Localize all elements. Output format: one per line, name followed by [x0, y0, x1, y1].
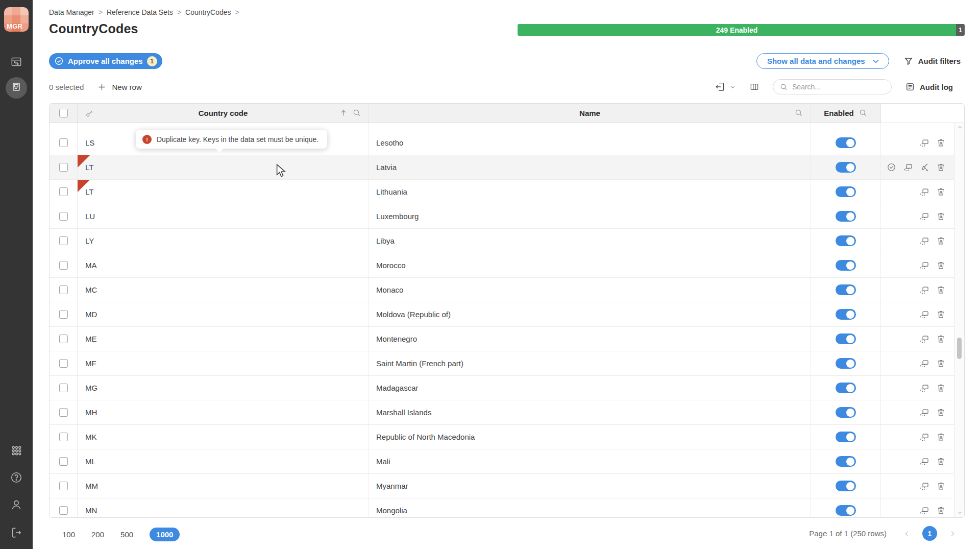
name-cell[interactable]: Lesotho: [369, 131, 811, 155]
enabled-toggle[interactable]: [836, 211, 856, 222]
audit-log-button[interactable]: Audit log: [905, 82, 953, 92]
current-page-button[interactable]: 1: [922, 526, 937, 541]
enabled-toggle[interactable]: [836, 432, 856, 442]
delete-row-icon[interactable]: [936, 334, 946, 344]
row-checkbox[interactable]: [59, 138, 68, 147]
row-checkbox[interactable]: [59, 482, 68, 490]
breadcrumb-item[interactable]: Data Manager >: [49, 8, 103, 16]
country-code-cell[interactable]: MH: [78, 400, 369, 425]
approve-all-changes-button[interactable]: Approve all changes 1: [49, 53, 162, 69]
name-cell[interactable]: Moldova (Republic of): [369, 302, 811, 327]
country-code-cell[interactable]: ML: [78, 449, 369, 474]
row-checkbox[interactable]: [59, 163, 68, 172]
row-checkbox[interactable]: [59, 457, 68, 466]
delete-row-icon[interactable]: [936, 432, 946, 442]
duplicate-row-icon[interactable]: [919, 309, 929, 320]
country-code-cell[interactable]: ME: [78, 327, 369, 351]
row-checkbox[interactable]: [59, 187, 68, 196]
name-cell[interactable]: Myanmar: [369, 474, 811, 498]
scrollbar-thumb[interactable]: [957, 338, 962, 359]
row-checkbox[interactable]: [59, 359, 68, 368]
search-icon[interactable]: [352, 108, 361, 119]
breadcrumb-label[interactable]: Reference Data Sets: [107, 8, 173, 16]
app-logo[interactable]: MGR: [4, 7, 29, 32]
enabled-toggle[interactable]: [836, 235, 856, 246]
breadcrumb-item[interactable]: CountryCodes >: [185, 8, 239, 16]
country-code-cell[interactable]: LY: [78, 229, 369, 253]
breadcrumb-label[interactable]: CountryCodes: [185, 8, 231, 16]
delete-row-icon[interactable]: [936, 162, 946, 172]
sidebar-item-data-sets[interactable]: [0, 55, 33, 70]
export-menu-button[interactable]: [715, 81, 736, 92]
duplicate-row-icon[interactable]: [919, 138, 929, 148]
approve-row-icon[interactable]: [887, 162, 896, 172]
page-size-button[interactable]: 500: [120, 530, 133, 539]
sidebar-item-logout[interactable]: [0, 526, 33, 541]
duplicate-row-icon[interactable]: [919, 457, 929, 467]
row-checkbox[interactable]: [59, 408, 68, 417]
delete-row-icon[interactable]: [936, 211, 946, 221]
delete-row-icon[interactable]: [936, 138, 946, 148]
row-checkbox[interactable]: [59, 384, 68, 392]
new-row-button[interactable]: New row: [97, 82, 141, 92]
chevron-left-icon[interactable]: [903, 530, 911, 538]
row-checkbox[interactable]: [59, 285, 68, 294]
enabled-toggle[interactable]: [836, 505, 856, 516]
name-cell[interactable]: Morocco: [369, 253, 811, 278]
delete-row-icon[interactable]: [936, 236, 946, 246]
country-code-cell[interactable]: MG: [78, 376, 369, 400]
delete-row-icon[interactable]: [936, 260, 946, 270]
delete-row-icon[interactable]: [936, 187, 946, 197]
delete-row-icon[interactable]: [936, 285, 946, 295]
country-code-cell[interactable]: MM: [78, 474, 369, 498]
sort-up-icon[interactable]: [339, 108, 348, 119]
chevron-right-icon[interactable]: [948, 530, 957, 538]
enabled-toggle[interactable]: [836, 260, 856, 271]
duplicate-row-icon[interactable]: [919, 481, 929, 491]
breadcrumb-label[interactable]: Data Manager: [49, 8, 94, 16]
name-cell[interactable]: Monaco: [369, 278, 811, 302]
country-code-cell[interactable]: LT: [78, 180, 369, 204]
name-cell[interactable]: Marshall Islands: [369, 400, 811, 425]
name-header-cell[interactable]: Name: [369, 104, 811, 123]
country-code-cell[interactable]: LU: [78, 204, 369, 229]
page-size-button[interactable]: 200: [91, 530, 104, 539]
duplicate-row-icon[interactable]: [919, 432, 929, 442]
enabled-toggle[interactable]: [836, 186, 856, 197]
delete-row-icon[interactable]: [936, 383, 946, 393]
sidebar-item-profile[interactable]: [0, 498, 33, 513]
search-input[interactable]: [792, 83, 879, 91]
show-all-data-dropdown[interactable]: Show all data and changes: [756, 53, 889, 69]
name-cell[interactable]: Mongolia: [369, 498, 811, 518]
delete-row-icon[interactable]: [936, 359, 946, 368]
columns-icon[interactable]: [749, 82, 760, 92]
row-checkbox[interactable]: [59, 433, 68, 441]
breadcrumb-item[interactable]: Reference Data Sets >: [107, 8, 181, 16]
duplicate-row-icon[interactable]: [919, 506, 929, 516]
delete-row-icon[interactable]: [936, 481, 946, 491]
duplicate-row-icon[interactable]: [919, 359, 929, 369]
country-code-header-cell[interactable]: Country code: [78, 104, 369, 123]
name-cell[interactable]: Saint Martin (French part): [369, 351, 811, 376]
name-cell[interactable]: Libya: [369, 229, 811, 253]
page-size-button[interactable]: 100: [62, 530, 75, 539]
name-cell[interactable]: Madagascar: [369, 376, 811, 400]
name-cell[interactable]: Montenegro: [369, 327, 811, 351]
duplicate-row-icon[interactable]: [919, 187, 929, 197]
duplicate-row-icon[interactable]: [919, 285, 929, 295]
enabled-toggle[interactable]: [836, 137, 856, 148]
sidebar-item-help[interactable]: [0, 471, 33, 486]
duplicate-row-icon[interactable]: [919, 408, 929, 418]
search-icon[interactable]: [794, 108, 803, 119]
delete-row-icon[interactable]: [936, 506, 946, 515]
country-code-cell[interactable]: MD: [78, 302, 369, 327]
row-checkbox[interactable]: [59, 506, 68, 515]
country-code-cell[interactable]: MN: [78, 498, 369, 518]
sidebar-item-reference-data-active[interactable]: [6, 77, 27, 99]
audit-filters-button[interactable]: Audit filters: [903, 56, 961, 66]
country-code-cell[interactable]: MK: [78, 425, 369, 449]
select-all-checkbox[interactable]: [59, 109, 68, 117]
duplicate-row-icon[interactable]: [919, 236, 929, 246]
duplicate-row-icon[interactable]: [903, 162, 913, 173]
sidebar-item-apps[interactable]: [0, 444, 33, 459]
